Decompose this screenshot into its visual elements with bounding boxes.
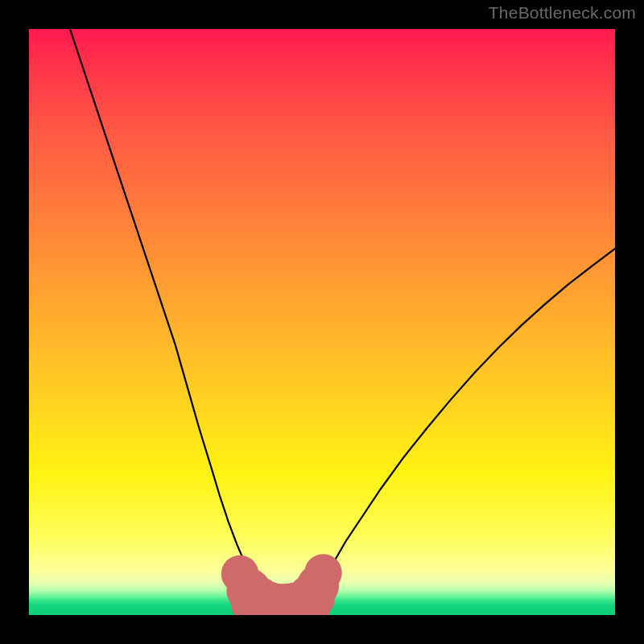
valley-dot	[304, 554, 342, 592]
curve-right-branch	[304, 249, 615, 606]
valley-dots-group	[221, 554, 342, 615]
outer-black-frame: TheBottleneck.com	[0, 0, 644, 644]
plot-area	[29, 29, 615, 615]
curve-left-branch	[70, 29, 270, 606]
watermark-text: TheBottleneck.com	[489, 3, 636, 23]
curve-svg	[29, 29, 615, 615]
